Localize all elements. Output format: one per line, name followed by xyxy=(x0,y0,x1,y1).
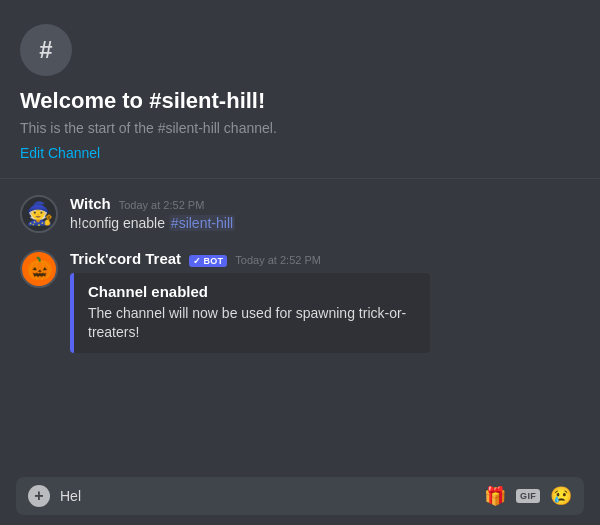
message-content: Trick'cord Treat ✓ BOT Today at 2:52 PM … xyxy=(70,250,580,353)
avatar: 🧙 xyxy=(20,195,58,233)
list-item: 🧙 Witch Today at 2:52 PM h!config enable… xyxy=(20,195,580,234)
channel-title: Welcome to #silent-hill! xyxy=(20,88,580,114)
channel-header: # Welcome to #silent-hill! This is the s… xyxy=(0,0,600,179)
message-text: h!config enable #silent-hill xyxy=(70,214,580,234)
message-header: Witch Today at 2:52 PM xyxy=(70,195,580,212)
messages-area: 🧙 Witch Today at 2:52 PM h!config enable… xyxy=(0,179,600,467)
emoji-icon[interactable]: 😢 xyxy=(550,485,572,507)
bot-avatar-emoji: 🎃 xyxy=(26,256,53,282)
embed-title: Channel enabled xyxy=(88,283,416,300)
message-timestamp: Today at 2:52 PM xyxy=(235,254,321,266)
channel-icon: # xyxy=(20,24,72,76)
input-area: + 🎁 GIF 😢 xyxy=(0,467,600,525)
bot-badge: ✓ BOT xyxy=(189,255,227,267)
message-header: Trick'cord Treat ✓ BOT Today at 2:52 PM xyxy=(70,250,580,267)
list-item: 🎃 Trick'cord Treat ✓ BOT Today at 2:52 P… xyxy=(20,250,580,353)
input-wrapper: + 🎁 GIF 😢 xyxy=(16,477,584,515)
channel-description: This is the start of the #silent-hill ch… xyxy=(20,120,580,136)
witch-avatar-emoji: 🧙 xyxy=(26,201,53,227)
bot-embed: Channel enabled The channel will now be … xyxy=(70,273,430,353)
bot-badge-check-icon: ✓ xyxy=(193,256,201,266)
message-text-part: h!config enable xyxy=(70,215,169,231)
message-content: Witch Today at 2:52 PM h!config enable #… xyxy=(70,195,580,234)
gift-icon[interactable]: 🎁 xyxy=(484,485,506,507)
add-attachment-button[interactable]: + xyxy=(28,485,50,507)
message-username: Witch xyxy=(70,195,111,212)
gif-button[interactable]: GIF xyxy=(516,489,540,503)
message-timestamp: Today at 2:52 PM xyxy=(119,199,205,211)
channel-mention[interactable]: #silent-hill xyxy=(169,215,235,231)
input-actions: 🎁 GIF 😢 xyxy=(484,485,572,507)
edit-channel-link[interactable]: Edit Channel xyxy=(20,145,100,161)
avatar: 🎃 xyxy=(20,250,58,288)
embed-description: The channel will now be used for spawnin… xyxy=(88,304,416,343)
hash-icon: # xyxy=(39,36,52,64)
message-username: Trick'cord Treat xyxy=(70,250,181,267)
message-input[interactable] xyxy=(60,488,474,504)
